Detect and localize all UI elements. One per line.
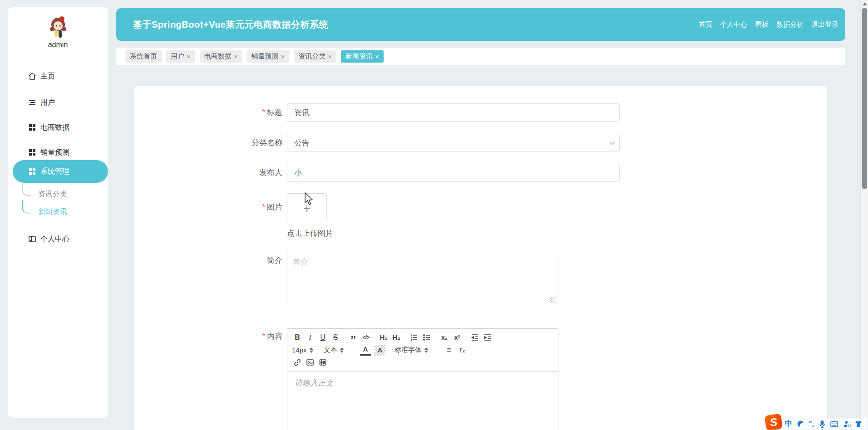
microphone-icon[interactable]: [819, 420, 825, 428]
header-link-dashboard[interactable]: 看板: [755, 20, 769, 29]
browser-scrollbar[interactable]: [860, 0, 868, 430]
heading2-button[interactable]: H₂: [391, 332, 402, 343]
spinner-arrows-icon: [424, 347, 428, 353]
punctuation-mode-icon[interactable]: °,: [809, 420, 814, 428]
sidebar-item-home[interactable]: 主页: [8, 67, 108, 85]
list-icon: [28, 98, 36, 107]
blockquote-button[interactable]: ”: [348, 332, 359, 343]
plus-icon: +: [303, 202, 311, 215]
bullet-list-button[interactable]: [421, 332, 432, 343]
category-select[interactable]: [287, 134, 620, 152]
insert-video-button[interactable]: [317, 357, 328, 368]
font-family-picker[interactable]: 标准字体: [395, 346, 439, 354]
tree-connector: [22, 182, 31, 196]
code-block-button[interactable]: </>: [360, 332, 371, 343]
spinner-arrows-icon: [310, 347, 313, 353]
tab-sales-forecast[interactable]: 销量预测×: [247, 50, 290, 63]
close-icon[interactable]: ×: [328, 53, 332, 60]
skin-icon[interactable]: [855, 420, 862, 427]
italic-button[interactable]: I: [305, 332, 316, 343]
highlight-color-button[interactable]: A: [375, 345, 385, 356]
editor-placeholder: 请输入正文: [295, 378, 551, 388]
insert-image-button[interactable]: [305, 357, 316, 368]
text-format-picker[interactable]: 文本: [324, 346, 356, 354]
sidebar-subitem-news-info[interactable]: 新闻资讯: [8, 204, 108, 220]
account-icon[interactable]: 17: [843, 420, 850, 427]
title-label: *标题: [134, 103, 282, 122]
avatar[interactable]: [48, 15, 68, 40]
bold-button[interactable]: B: [292, 332, 303, 343]
title-input[interactable]: [287, 103, 620, 122]
grid-icon: [28, 123, 36, 132]
editor-content-area[interactable]: 请输入正文: [287, 371, 558, 430]
tab-users[interactable]: 用户×: [166, 50, 195, 63]
align-picker[interactable]: ≡: [444, 345, 454, 356]
half-full-width-moon-icon[interactable]: [797, 420, 804, 427]
text-color-button[interactable]: A: [360, 345, 371, 356]
keyboard-icon[interactable]: [830, 421, 838, 427]
sidebar: admin 主页 用户 电商数据 销量预测 系统管理 资讯分类 新闻资讯: [8, 7, 108, 418]
editor-toolbar: B I U S ” </> H₁ H₂: [287, 329, 558, 371]
clear-format-button[interactable]: Tₓ: [456, 345, 467, 356]
sogou-ime-logo[interactable]: S: [764, 414, 783, 430]
required-mark: *: [262, 332, 265, 341]
superscript-button[interactable]: x²: [452, 332, 463, 343]
underline-button[interactable]: U: [317, 332, 328, 343]
sidebar-item-personal-center[interactable]: 个人中心: [8, 230, 108, 248]
required-mark: *: [262, 108, 265, 117]
font-size-picker[interactable]: 14px: [292, 346, 322, 354]
header-link-logout[interactable]: 退出登录: [811, 20, 838, 29]
header-link-home[interactable]: 首页: [699, 20, 712, 29]
heading1-button[interactable]: H₁: [378, 332, 389, 343]
tab-news-category[interactable]: 资讯分类×: [294, 50, 336, 63]
image-upload-box[interactable]: +: [287, 193, 327, 221]
header-link-personal-center[interactable]: 个人中心: [720, 20, 747, 29]
card-icon: [28, 235, 36, 243]
tree-connector: [22, 200, 31, 214]
sidebar-item-users[interactable]: 用户: [8, 93, 108, 112]
intro-label: 简介: [134, 256, 282, 265]
sidebar-item-label: 用户: [40, 98, 55, 108]
sidebar-subitem-label: 新闻资讯: [38, 207, 67, 217]
subscript-button[interactable]: x₂: [439, 332, 450, 343]
category-select-value[interactable]: [287, 134, 620, 152]
close-icon[interactable]: ×: [375, 53, 379, 60]
required-mark: *: [262, 203, 265, 211]
header-link-data-analysis[interactable]: 数据分析: [776, 20, 804, 29]
grid-icon: [28, 148, 36, 156]
username: admin: [8, 41, 108, 49]
category-label: 分类名称: [134, 134, 282, 152]
tab-system-home[interactable]: 系统首页: [125, 50, 162, 63]
publisher-input[interactable]: [287, 164, 620, 182]
publisher-label: 发布人: [134, 164, 282, 182]
sidebar-item-label: 主页: [40, 72, 55, 81]
scroll-up-arrow-icon[interactable]: [863, 2, 867, 5]
strikethrough-button[interactable]: S: [330, 332, 341, 343]
close-icon[interactable]: ×: [187, 53, 191, 60]
close-icon[interactable]: ×: [281, 53, 285, 60]
sidebar-subitem-label: 资讯分类: [38, 190, 67, 199]
tab-news-info[interactable]: 新闻资讯×: [341, 50, 384, 63]
intro-textarea[interactable]: [287, 253, 558, 304]
sidebar-item-label: 电商数据: [40, 123, 69, 132]
insert-link-button[interactable]: [292, 357, 303, 368]
header-nav: 首页 个人中心 看板 数据分析 退出登录: [699, 20, 838, 29]
sidebar-item-label: 销量预测: [40, 148, 69, 157]
chinese-mode-icon[interactable]: 中: [785, 419, 792, 429]
close-icon[interactable]: ×: [234, 53, 238, 60]
indent-button[interactable]: [482, 332, 493, 343]
sidebar-item-sales-forecast[interactable]: 销量预测: [8, 143, 108, 161]
sidebar-item-system-management[interactable]: 系统管理: [13, 160, 108, 183]
ordered-list-button[interactable]: [409, 332, 419, 343]
scrollbar-thumb[interactable]: [862, 8, 867, 189]
sidebar-item-ecommerce-data[interactable]: 电商数据: [8, 118, 108, 137]
account-badge: 17: [847, 424, 852, 428]
app-title: 基于SpringBoot+Vue莱元元电商数据分析系统: [133, 19, 328, 31]
content-label: *内容: [134, 332, 282, 341]
rich-text-editor: B I U S ” </> H₁ H₂: [287, 328, 558, 430]
tab-strip: 系统首页 用户× 电商数据× 销量预测× 资讯分类× 新闻资讯×: [116, 48, 845, 65]
header-bar: 基于SpringBoot+Vue莱元元电商数据分析系统 首页 个人中心 看板 数…: [116, 8, 845, 41]
tab-ecommerce-data[interactable]: 电商数据×: [200, 50, 242, 63]
grid-icon: [28, 167, 36, 176]
outdent-button[interactable]: [469, 332, 480, 343]
